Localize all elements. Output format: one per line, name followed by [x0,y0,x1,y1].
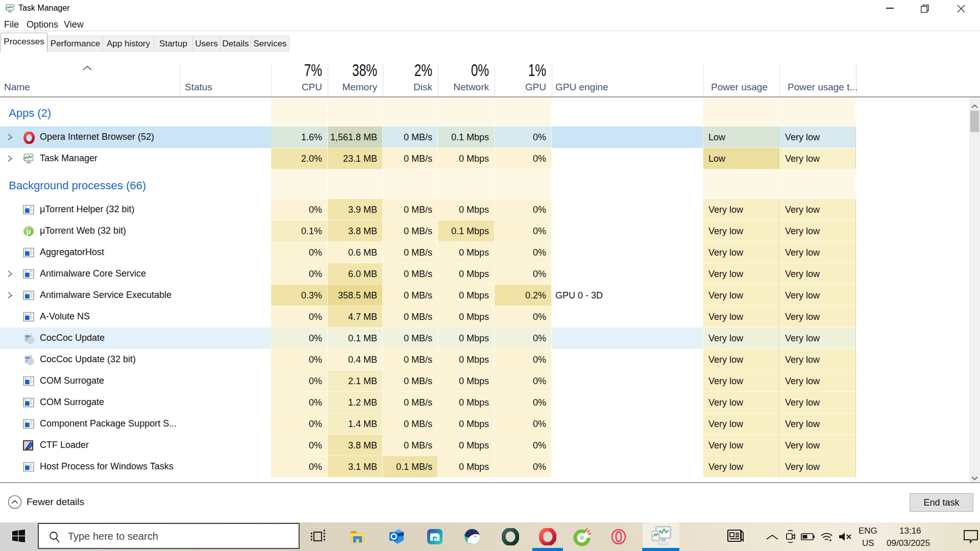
svg-text:μ: μ [26,227,31,236]
